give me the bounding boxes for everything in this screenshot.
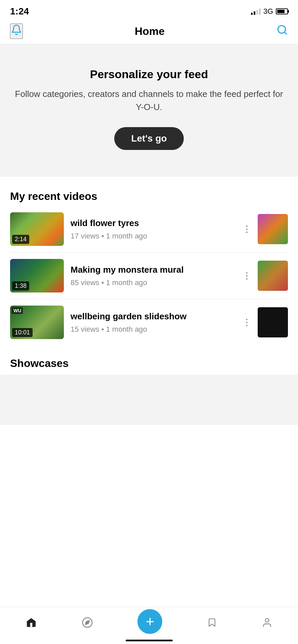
video-duration-3: 10:01 xyxy=(12,328,33,337)
personalize-description: Follow categories, creators and channels… xyxy=(13,88,285,114)
nav-profile-button[interactable] xyxy=(262,617,272,630)
nav-explore-button[interactable] xyxy=(82,617,93,630)
dot xyxy=(246,225,248,227)
page-title: Home xyxy=(135,25,165,38)
nav-bookmarks-button[interactable] xyxy=(207,617,217,630)
video-right-thumbnail-2 xyxy=(258,261,288,291)
video-duration-2: 1:38 xyxy=(12,281,29,290)
plus-icon: + xyxy=(146,614,155,629)
status-icons: 3G xyxy=(251,7,288,16)
signal-bar-4 xyxy=(259,8,261,15)
video-more-button-1[interactable] xyxy=(243,222,251,236)
video-thumbnail-wrap: 2:14 xyxy=(10,212,64,246)
dot xyxy=(246,275,248,277)
video-info-2: Making my monstera mural 85 views • 1 mo… xyxy=(71,264,236,287)
right-thumb-image-3 xyxy=(258,307,288,337)
nav-home-button[interactable] xyxy=(26,617,37,630)
video-more-button-3[interactable] xyxy=(243,315,251,330)
signal-bar-1 xyxy=(251,13,253,15)
personalize-title: Personalize your feed xyxy=(13,68,285,81)
video-item[interactable]: 10:01 wellbeing garden slideshow 15 view… xyxy=(0,301,298,344)
video-meta-2: 85 views • 1 month ago xyxy=(71,278,236,287)
explore-icon xyxy=(82,617,93,630)
showcases-section-title: Showcases xyxy=(0,351,298,375)
signal-bars-icon xyxy=(251,8,261,15)
video-title-2: Making my monstera mural xyxy=(71,264,236,276)
status-time: 1:24 xyxy=(10,6,29,17)
personalize-banner: Personalize your feed Follow categories,… xyxy=(0,44,298,177)
video-info-3: wellbeing garden slideshow 15 views • 1 … xyxy=(71,311,236,334)
right-thumb-image-1 xyxy=(258,214,288,244)
svg-marker-3 xyxy=(85,620,89,624)
video-info-1: wild flower tyres 17 views • 1 month ago xyxy=(71,218,236,240)
svg-line-1 xyxy=(285,32,287,34)
signal-bar-2 xyxy=(254,11,255,15)
dot xyxy=(246,325,248,326)
lets-go-button[interactable]: Let's go xyxy=(114,127,183,150)
video-item[interactable]: 2:14 wild flower tyres 17 views • 1 mont… xyxy=(0,208,298,251)
battery-fill xyxy=(277,10,285,13)
bookmark-icon xyxy=(207,617,217,630)
home-indicator xyxy=(126,640,173,641)
showcases-section: Showcases xyxy=(0,347,298,428)
profile-icon xyxy=(262,617,272,630)
svg-point-4 xyxy=(265,619,269,622)
signal-bar-3 xyxy=(256,10,258,15)
dot xyxy=(246,272,248,274)
video-list: 2:14 wild flower tyres 17 views • 1 mont… xyxy=(0,208,298,347)
video-right-thumbnail-3 xyxy=(258,307,288,337)
video-more-button-2[interactable] xyxy=(243,269,251,283)
video-title-1: wild flower tyres xyxy=(71,218,236,229)
video-meta-1: 17 views • 1 month ago xyxy=(71,232,236,240)
separator xyxy=(10,299,288,299)
showcases-placeholder xyxy=(0,375,298,425)
video-right-thumbnail-1 xyxy=(258,214,288,244)
notification-bell-button[interactable] xyxy=(10,23,23,39)
video-item[interactable]: 1:38 Making my monstera mural 85 views •… xyxy=(0,254,298,297)
bottom-nav: + xyxy=(0,607,298,644)
add-content-button[interactable]: + xyxy=(137,609,162,634)
home-icon xyxy=(26,617,37,630)
video-thumbnail-wrap: 10:01 xyxy=(10,306,64,339)
separator xyxy=(10,252,288,253)
video-duration-1: 2:14 xyxy=(12,235,29,244)
recent-videos-section-title: My recent videos xyxy=(0,183,298,208)
search-button[interactable] xyxy=(276,24,288,38)
dot xyxy=(246,322,248,323)
status-bar: 1:24 3G xyxy=(0,0,298,20)
dot xyxy=(246,278,248,280)
video-title-3: wellbeing garden slideshow xyxy=(71,311,236,322)
right-thumb-image-2 xyxy=(258,261,288,291)
header: Home xyxy=(0,20,298,44)
video-thumbnail-wrap: 1:38 xyxy=(10,259,64,292)
dot xyxy=(246,319,248,320)
dot xyxy=(246,231,248,233)
network-type: 3G xyxy=(263,7,273,16)
battery-icon xyxy=(276,8,288,14)
video-meta-3: 15 views • 1 month ago xyxy=(71,325,236,334)
dot xyxy=(246,228,248,230)
